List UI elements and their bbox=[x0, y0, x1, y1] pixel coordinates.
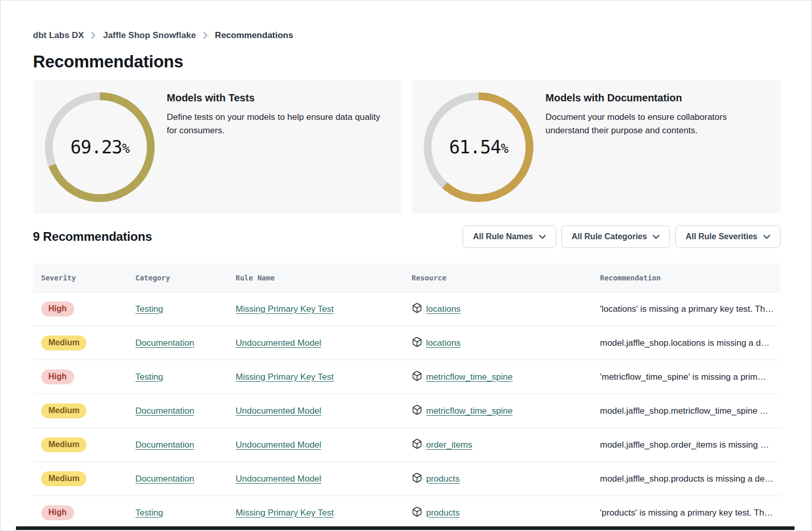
tests-percent-value: 69.23% bbox=[44, 91, 156, 203]
resource-link[interactable]: metricflow_time_spine bbox=[426, 406, 513, 416]
table-row: High Testing Missing Primary Key Test me… bbox=[33, 360, 781, 394]
metric-cards: 69.23% Models with Tests Define tests on… bbox=[33, 80, 781, 214]
chevron-down-icon bbox=[763, 235, 770, 239]
recommendation-text: model.jaffle_shop.metricflow_time_spine … bbox=[600, 406, 781, 416]
severity-cell: High bbox=[41, 302, 135, 316]
table-row: Medium Documentation Undocumented Model … bbox=[33, 394, 781, 428]
severity-badge: Medium bbox=[41, 471, 86, 486]
resource-link[interactable]: metricflow_time_spine bbox=[426, 372, 513, 382]
models-with-documentation-donut: 61.54% bbox=[422, 91, 535, 203]
column-header-resource: Resource bbox=[412, 274, 600, 282]
severity-cell: Medium bbox=[41, 471, 135, 486]
severity-badge: Medium bbox=[41, 335, 86, 350]
chevron-right-icon bbox=[91, 32, 96, 39]
table-row: Medium Documentation Undocumented Model … bbox=[33, 326, 781, 360]
severity-badge: High bbox=[41, 369, 74, 384]
recommendations-page: dbt Labs DX Jaffle Shop Snowflake Recomm… bbox=[0, 0, 812, 529]
breadcrumb-item-dbt-labs-dx[interactable]: dbt Labs DX bbox=[33, 30, 84, 41]
models-with-tests-donut: 69.23% bbox=[44, 91, 156, 203]
card-title: Models with Tests bbox=[167, 92, 390, 104]
resource-link[interactable]: products bbox=[426, 474, 460, 484]
chevron-down-icon bbox=[539, 235, 546, 239]
category-link[interactable]: Testing bbox=[135, 508, 163, 518]
column-header-rule-name: Rule Name bbox=[236, 274, 412, 282]
severity-cell: High bbox=[41, 369, 135, 384]
resource-link[interactable]: products bbox=[426, 508, 460, 518]
recommendations-count-title: 9 Recommendations bbox=[33, 229, 152, 244]
resource-link[interactable]: locations bbox=[426, 304, 461, 314]
resource-link[interactable]: locations bbox=[426, 338, 461, 348]
box-icon bbox=[412, 370, 422, 381]
resource-link[interactable]: order_items bbox=[426, 440, 472, 450]
models-with-tests-card: 69.23% Models with Tests Define tests on… bbox=[33, 80, 402, 214]
box-icon bbox=[412, 303, 422, 313]
recommendations-table: Severity Category Rule Name Resource Rec… bbox=[33, 263, 781, 529]
recommendation-text: model.jaffle_shop.products is missing a … bbox=[600, 474, 781, 484]
recommendation-text: model.jaffle_shop.order_items is missing… bbox=[600, 440, 781, 450]
box-icon bbox=[412, 337, 422, 347]
box-icon-slot bbox=[412, 337, 422, 350]
box-icon-slot bbox=[412, 370, 422, 384]
rule-categories-filter-dropdown[interactable]: All Rule Categories bbox=[561, 225, 670, 248]
rule-name-link[interactable]: Missing Primary Key Test bbox=[236, 372, 334, 382]
box-icon-slot bbox=[412, 472, 422, 486]
rule-name-link[interactable]: Missing Primary Key Test bbox=[236, 508, 334, 518]
box-icon-slot bbox=[412, 506, 422, 520]
bottom-dark-strip bbox=[16, 526, 795, 530]
recommendation-text: model.jaffle_shop.locations is missing a… bbox=[600, 338, 781, 348]
category-link[interactable]: Documentation bbox=[135, 338, 194, 348]
table-row: High Testing Missing Primary Key Test pr… bbox=[33, 495, 781, 529]
breadcrumb-item-jaffle-shop-snowflake[interactable]: Jaffle Shop Snowflake bbox=[103, 30, 196, 41]
category-link[interactable]: Documentation bbox=[135, 440, 194, 450]
card-description: Define tests on your models to help ensu… bbox=[167, 111, 390, 137]
category-link[interactable]: Documentation bbox=[135, 474, 194, 484]
box-icon-slot bbox=[412, 404, 422, 418]
rule-names-filter-dropdown[interactable]: All Rule Names bbox=[463, 225, 556, 248]
severity-cell: High bbox=[41, 505, 135, 520]
rule-name-link[interactable]: Missing Primary Key Test bbox=[236, 304, 334, 314]
severity-badge: High bbox=[41, 302, 74, 316]
severity-badge: Medium bbox=[41, 403, 86, 418]
recommendation-text: 'metricflow_time_spine' is missing a pri… bbox=[600, 372, 781, 382]
category-link[interactable]: Testing bbox=[135, 304, 163, 314]
table-header: Severity Category Rule Name Resource Rec… bbox=[33, 263, 781, 292]
filter-bar: All Rule Names All Rule Categories All R… bbox=[463, 225, 781, 248]
box-icon bbox=[412, 438, 422, 449]
table-row: Medium Documentation Undocumented Model … bbox=[33, 462, 781, 495]
table-row: Medium Documentation Undocumented Model … bbox=[33, 428, 781, 462]
severity-cell: Medium bbox=[41, 437, 135, 452]
column-header-category: Category bbox=[135, 274, 236, 282]
box-icon bbox=[412, 472, 422, 483]
documentation-percent-value: 61.54% bbox=[422, 91, 535, 203]
rule-name-link[interactable]: Undocumented Model bbox=[236, 338, 321, 348]
box-icon bbox=[412, 404, 422, 415]
rule-name-link[interactable]: Undocumented Model bbox=[236, 440, 321, 450]
recommendation-text: 'products' is missing a primary key test… bbox=[600, 508, 781, 518]
column-header-recommendation: Recommendation bbox=[600, 274, 781, 282]
box-icon-slot bbox=[412, 438, 422, 452]
card-title: Models with Documentation bbox=[545, 92, 768, 104]
breadcrumb-separator bbox=[203, 32, 208, 39]
rule-name-link[interactable]: Undocumented Model bbox=[236, 474, 321, 484]
breadcrumb-item-recommendations: Recommendations bbox=[215, 30, 293, 41]
chevron-down-icon bbox=[652, 235, 660, 239]
category-link[interactable]: Testing bbox=[135, 372, 163, 382]
card-description: Document your models to ensure collabora… bbox=[545, 111, 768, 137]
severity-cell: Medium bbox=[41, 403, 135, 418]
severity-cell: Medium bbox=[41, 335, 135, 350]
table-row: High Testing Missing Primary Key Test lo… bbox=[33, 292, 781, 326]
breadcrumb-separator bbox=[91, 32, 96, 39]
box-icon-slot bbox=[412, 303, 422, 316]
recommendation-text: 'locations' is missing a primary key tes… bbox=[600, 304, 781, 314]
table-body: High Testing Missing Primary Key Test lo… bbox=[33, 292, 781, 529]
category-link[interactable]: Documentation bbox=[135, 406, 194, 416]
page-title: Recommendations bbox=[33, 51, 781, 72]
column-header-severity: Severity bbox=[41, 274, 135, 282]
severity-badge: High bbox=[41, 505, 74, 520]
chevron-right-icon bbox=[203, 32, 208, 39]
rule-name-link[interactable]: Undocumented Model bbox=[236, 406, 321, 416]
rule-severities-filter-dropdown[interactable]: All Rule Severities bbox=[675, 225, 781, 248]
box-icon bbox=[412, 506, 422, 517]
models-with-documentation-card: 61.54% Models with Documentation Documen… bbox=[412, 80, 781, 214]
severity-badge: Medium bbox=[41, 437, 86, 452]
